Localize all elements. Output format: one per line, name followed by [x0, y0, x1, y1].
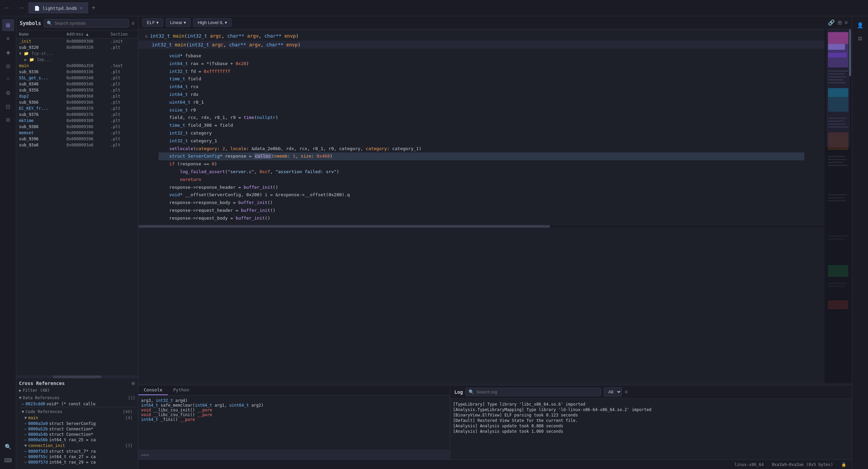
linear-dropdown-button[interactable]: Linear ▾ — [166, 18, 191, 27]
code-line: int64_t rax = *(fsbase + 0x28) — [159, 60, 804, 68]
grid-nav-button[interactable]: ⊡ — [2, 100, 14, 113]
code-ref-group-conn[interactable]: ▼ connection_init {3} — [22, 443, 133, 449]
code-ref-group-main[interactable]: ▼ main {4} — [22, 415, 133, 421]
layers-nav-button[interactable]: ⧉ — [2, 114, 14, 126]
symbol-name: sub_9336 — [19, 69, 66, 74]
symbol-search-box[interactable]: 🔍 — [44, 19, 129, 27]
symbol-name: sub_9376 — [19, 112, 66, 117]
list-item[interactable]: sub_9356 0x000009356 .plt — [16, 87, 138, 93]
list-item[interactable]: ▶ 📁 Imp... — [16, 57, 138, 63]
symbols-nav-button[interactable]: ⊞ — [2, 19, 14, 31]
symbol-name: sub_9386 — [19, 124, 66, 129]
ref-addr: 0000a52b — [28, 427, 48, 431]
fork-nav-button[interactable]: ⑂ — [2, 73, 14, 85]
active-tab[interactable]: 📄 lighttpd.bndb × — [28, 2, 88, 14]
ref-addr: 0000a56b — [28, 437, 48, 442]
list-item[interactable]: _init 0x000009308 .init — [16, 38, 138, 44]
list-item[interactable]: dup2 0x000009360 .plt — [16, 93, 138, 99]
add-tab-button[interactable]: + — [88, 4, 99, 12]
horizontal-scrollbar[interactable] — [138, 225, 825, 228]
ref-addr: 0000f57d — [28, 460, 48, 465]
list-item[interactable]: memset 0x000009390 .plt — [16, 130, 138, 136]
code-ref-item[interactable]: ← 0000f3d3 struct struct_7* ra — [24, 449, 133, 454]
list-item[interactable]: sub_9320 0x000009320 .plt — [16, 44, 138, 50]
list-item[interactable]: sub_9376 0x000009376 .plt — [16, 111, 138, 118]
list-item[interactable]: sub_9386 0x000009386 .plt — [16, 124, 138, 130]
symbol-addr: 0x000009356 — [66, 88, 111, 93]
list-item[interactable]: SSL_get_s... 0x000009340 .plt — [16, 75, 138, 81]
svg-rect-19 — [828, 162, 843, 163]
back-button[interactable]: ← — [0, 4, 14, 12]
symbols-list[interactable]: _init 0x000009308 .init sub_9320 0x00000… — [16, 38, 138, 375]
code-refs-header[interactable]: ▼ Code References {46} — [22, 409, 133, 415]
bottom-panel: Console Python arg3, int32_t arg4) int64… — [138, 385, 852, 460]
symbols-header: Symbols 🔍 ≡ — [16, 16, 138, 30]
log-search-icon: 🔍 — [469, 389, 474, 394]
log-filter-dropdown[interactable]: All — [604, 387, 622, 396]
function-header: ↻ int32_t main(int32_t argc, char** argv… — [138, 32, 825, 40]
code-view[interactable]: ↻ int32_t main(int32_t argc, char** argv… — [138, 29, 825, 383]
code-line: int32_t category — [159, 129, 804, 137]
data-ref-item[interactable]: ↦ 0023cdd0 void* (* const callo — [19, 401, 135, 407]
code-ref-item[interactable]: ← 0000f55c int64_t rax_27 = ca — [24, 454, 133, 460]
layers-right-button[interactable]: ⧉ — [854, 33, 866, 45]
log-menu-button[interactable]: ≡ — [625, 389, 628, 395]
col-sec-header: Section — [111, 32, 135, 37]
code-ref-item[interactable]: ← 0000a54b struct Connection* — [24, 432, 133, 437]
list-item[interactable]: sub_9366 0x000009366 .plt — [16, 99, 138, 105]
list-item[interactable]: sub_93a6 0x0000093a6 .plt — [16, 142, 138, 148]
terminal-nav-button[interactable]: ⌨ — [2, 454, 14, 466]
code-line: field, rcx, rdx, r8_1, r9 = time(nullptr… — [159, 114, 804, 122]
tab-python[interactable]: Python — [168, 385, 195, 395]
symbol-name: memset — [19, 130, 66, 135]
tab-close-button[interactable]: × — [80, 5, 82, 11]
code-ref-item[interactable]: ← 0000f57d int64_t rax_29 = ca — [24, 460, 133, 465]
svg-rect-28 — [828, 283, 847, 284]
list-item[interactable]: EC_KEY_fr... 0x000009370 .plt — [16, 105, 138, 111]
location-nav-button[interactable]: ◎ — [2, 60, 14, 72]
code-refs-arrow: ▼ — [22, 409, 24, 414]
data-refs-header[interactable]: ▼ Data References {1} — [19, 395, 135, 401]
refresh-icon[interactable]: ↻ — [145, 33, 148, 39]
list-item[interactable]: mktime 0x000009380 .plt — [16, 118, 138, 124]
console-input[interactable] — [151, 452, 447, 457]
code-ref-item[interactable]: ← 0000a56b int64_t rax_25 = ca — [24, 437, 133, 443]
svg-rect-25 — [828, 236, 848, 237]
code-ref-item[interactable]: ← 0000a52b struct Connection* — [24, 426, 133, 432]
code-line: response->request_header = buffer_init() — [159, 207, 804, 215]
log-line: [Default] Restored View State for the cu… — [453, 418, 849, 423]
ref-text: void* (* const callo — [46, 402, 96, 406]
list-item[interactable]: sub_9346 0x000009346 .plt — [16, 81, 138, 87]
search-nav-button[interactable]: 🔍 — [2, 441, 14, 453]
list-item[interactable]: sub_9396 0x000009396 .plt — [16, 136, 138, 142]
disassembly-nav-button[interactable]: ≡ — [2, 33, 14, 45]
symbol-addr: 0x00000a350 — [66, 63, 111, 68]
linear-arrow-icon: ▾ — [184, 20, 186, 25]
log-line: [Analysis] Analysis update took 1.060 se… — [453, 429, 849, 434]
columns-button[interactable]: ⊞ — [837, 19, 842, 26]
minimap[interactable] — [825, 29, 852, 383]
symbol-addr: 0x000009386 — [66, 124, 111, 129]
hlil-dropdown-button[interactable]: High Level IL ▾ — [193, 18, 232, 27]
forward-button[interactable]: → — [14, 4, 28, 12]
symbol-search-input[interactable] — [54, 21, 125, 26]
tab-console[interactable]: Console — [138, 385, 168, 395]
log-search-box[interactable]: 🔍 — [466, 388, 601, 396]
settings-nav-button[interactable]: ⚙ — [2, 87, 14, 99]
toolbar-menu-button[interactable]: ≡ — [845, 20, 848, 26]
group-arrow: ▼ — [24, 443, 27, 448]
ref-arrow-icon: ← — [24, 454, 27, 459]
symbols-menu-button[interactable]: ≡ — [132, 20, 135, 26]
tag-nav-button[interactable]: ◈ — [2, 46, 14, 58]
elf-dropdown-button[interactable]: ELF ▾ — [142, 18, 163, 27]
code-ref-item[interactable]: ← 0000a3a9 struct ServerConfig — [24, 421, 133, 426]
pin-button[interactable]: ⊕ — [131, 381, 135, 386]
list-item[interactable]: ▼ 📁 Tcp-st... — [16, 50, 138, 57]
person-button[interactable]: 👤 — [854, 19, 866, 31]
list-item[interactable]: main 0x00000a350 .text — [16, 63, 138, 69]
link-button[interactable]: 🔗 — [828, 19, 835, 26]
svg-rect-29 — [828, 286, 844, 287]
list-item[interactable]: sub_9336 0x000009336 .plt — [16, 69, 138, 75]
linear-label: Linear — [170, 20, 182, 25]
log-search-input[interactable] — [476, 389, 598, 394]
